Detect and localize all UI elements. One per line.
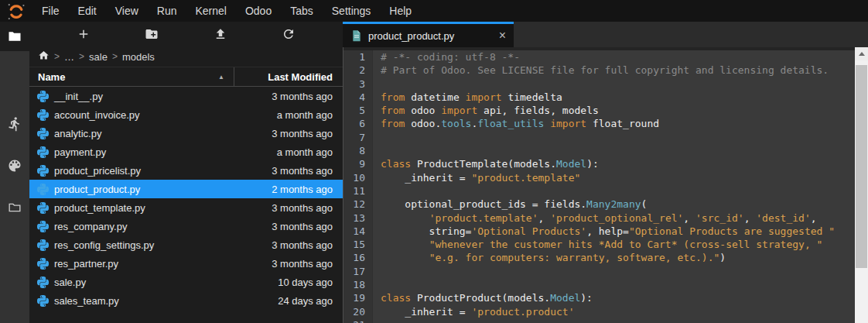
main-area: >…>sale>models Name ▲ Last Modified __in… <box>0 22 868 323</box>
code-lines: 1# -*- coding: utf-8 -*-2# Part of Odoo.… <box>343 50 868 323</box>
code-token: "product.template" <box>471 172 580 184</box>
code-token: Model <box>556 158 586 170</box>
scrollbar-thumb[interactable] <box>856 65 867 268</box>
tab-close-icon[interactable]: × <box>499 29 506 42</box>
file-name: __init__.py <box>54 91 103 102</box>
menu-help[interactable]: Help <box>380 0 421 22</box>
python-icon <box>37 221 49 232</box>
sidebar-item-open-tabs[interactable] <box>7 200 22 218</box>
file-row[interactable]: product_template.py3 months ago <box>29 198 343 217</box>
column-header-name[interactable]: Name ▲ <box>29 67 234 86</box>
new-folder-icon <box>145 27 159 41</box>
code-token <box>544 118 550 129</box>
menu-edit[interactable]: Edit <box>69 0 106 22</box>
line-number: 2 <box>343 64 373 77</box>
menu-view[interactable]: View <box>106 0 148 22</box>
upload-icon <box>214 27 227 41</box>
file-modified: a month ago <box>277 146 343 158</box>
editor-scrollbar[interactable] <box>855 47 868 323</box>
file-list-header: Name ▲ Last Modified <box>29 67 343 87</box>
breadcrumb-separator: > <box>79 51 84 62</box>
line-number: 18 <box>343 278 373 291</box>
menu-kernel[interactable]: Kernel <box>186 0 235 22</box>
code-token: _inherit = <box>381 306 471 318</box>
code-token: ) <box>719 252 726 263</box>
scrollbar-up-button[interactable] <box>855 47 868 60</box>
line-number: 1 <box>343 50 373 64</box>
code-line: 3 <box>343 77 868 91</box>
line-content <box>373 318 381 323</box>
plus-icon <box>77 27 91 41</box>
menu-odoo[interactable]: Odoo <box>236 0 281 22</box>
line-content: # Part of Odoo. See LICENSE file for ful… <box>373 64 829 77</box>
file-browser-toolbar <box>29 22 343 46</box>
file-row[interactable]: payment.pya month ago <box>29 143 343 161</box>
menu-file[interactable]: File <box>32 0 69 22</box>
code-token: ): <box>580 292 593 304</box>
line-content: class ProductProduct(models.Model): <box>373 291 593 304</box>
code-editor[interactable]: 1# -*- coding: utf-8 -*-2# Part of Odoo.… <box>343 47 868 323</box>
line-content <box>373 131 381 144</box>
refresh-button[interactable] <box>282 27 296 41</box>
file-row[interactable]: product_pricelist.py3 months ago <box>29 161 343 180</box>
file-browser-panel: >…>sale>models Name ▲ Last Modified __in… <box>29 22 343 323</box>
code-line: 8 <box>343 144 868 157</box>
sidebar-item-running-sessions[interactable] <box>7 116 22 135</box>
code-token: Many2many <box>586 198 641 210</box>
line-number: 7 <box>343 131 373 144</box>
code-line: 10 _inherit = "product.template" <box>343 171 868 184</box>
line-number: 14 <box>343 225 373 238</box>
file-row[interactable]: sales_team.py24 days ago <box>29 291 343 310</box>
name-header-label: Name <box>38 71 65 83</box>
file-row[interactable]: account_invoice.pya month ago <box>29 105 343 124</box>
menu-settings[interactable]: Settings <box>323 0 381 22</box>
code-line: 20 _inherit = 'product.product' <box>343 305 868 318</box>
code-token: ( <box>641 198 648 210</box>
sidebar-item-file-browser[interactable] <box>0 22 29 51</box>
breadcrumb-item[interactable]: … <box>64 51 74 63</box>
breadcrumb-home[interactable] <box>38 50 50 64</box>
file-row[interactable]: res_config_settings.py3 months ago <box>29 235 343 254</box>
file-row[interactable]: __init__.py3 months ago <box>29 87 343 105</box>
line-content: # -*- coding: utf-8 -*- <box>373 50 520 64</box>
file-row[interactable]: res_company.py3 months ago <box>29 217 343 235</box>
line-number: 6 <box>343 117 373 130</box>
breadcrumb-item[interactable]: sale <box>89 51 108 63</box>
line-content: string='Optional Products', help="Option… <box>373 225 835 238</box>
tab-bar: product_product.py × <box>343 22 868 47</box>
code-token: 'product.product' <box>471 306 574 318</box>
upload-button[interactable] <box>214 27 227 41</box>
file-row[interactable]: analytic.py3 months ago <box>29 124 343 143</box>
code-token: from <box>381 105 405 116</box>
sidebar-item-command-palette[interactable] <box>7 158 22 177</box>
file-row[interactable]: product_product.py2 months ago <box>29 180 343 198</box>
code-line: 21 <box>343 318 868 323</box>
file-name: res_partner.py <box>54 258 118 270</box>
file-modified: 3 months ago <box>272 128 343 139</box>
code-token: from <box>381 91 405 103</box>
new-launcher-button[interactable] <box>77 27 91 41</box>
line-content: optional_product_ids = fields.Many2many( <box>373 198 647 211</box>
tab-title: product_product.py <box>368 30 454 42</box>
line-number: 9 <box>343 157 373 170</box>
python-icon <box>37 128 49 139</box>
breadcrumb-item[interactable]: models <box>122 51 155 63</box>
file-row[interactable]: res_partner.py3 months ago <box>29 254 343 273</box>
palette-icon <box>7 158 22 174</box>
column-header-last-modified[interactable]: Last Modified <box>234 67 343 86</box>
line-content: "whenever the customer hits *Add to Cart… <box>373 238 822 251</box>
menu-bar: FileEditViewRunKernelOdooTabsSettingsHel… <box>0 0 868 22</box>
code-token: 'dest_id' <box>756 212 810 224</box>
menu-run[interactable]: Run <box>148 0 186 22</box>
code-token: "Optional Products are suggested " <box>629 225 835 237</box>
code-line: 9class ProductTemplate(models.Model): <box>343 157 868 170</box>
menu-tabs[interactable]: Tabs <box>281 0 323 22</box>
file-row[interactable]: sale.py10 days ago <box>29 273 343 291</box>
tab-product-product-py[interactable]: product_product.py × <box>343 22 514 47</box>
line-content: _inherit = "product.template" <box>373 171 580 184</box>
new-folder-button[interactable] <box>145 27 159 41</box>
python-icon <box>37 146 49 158</box>
line-number: 15 <box>343 238 373 251</box>
line-content: from odoo import api, fields, models <box>373 104 599 117</box>
line-content <box>373 278 381 291</box>
